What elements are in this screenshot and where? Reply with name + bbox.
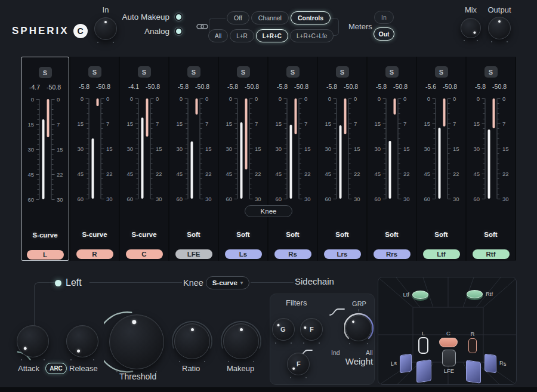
- makeup-knob[interactable]: [223, 323, 259, 359]
- window-bottom-edge: [0, 387, 537, 392]
- channel-pill-l[interactable]: L: [27, 250, 64, 260]
- speaker-rs[interactable]: Rs: [484, 354, 496, 374]
- meter-scale-left: 015304560: [223, 98, 233, 199]
- channel-pill-lrs[interactable]: Lrs: [324, 249, 361, 259]
- speaker-ls[interactable]: Ls: [400, 354, 412, 374]
- channel-strip-ltf[interactable]: S-5.6-50.801530456007152230SoftLtf: [417, 57, 465, 261]
- auto-makeup-toggle[interactable]: [175, 13, 183, 21]
- mix-knob[interactable]: [461, 18, 481, 38]
- channel-pill-rs[interactable]: Rs: [274, 249, 311, 259]
- group-button-l-r-c-lfe[interactable]: L+R+C+Lfe: [290, 29, 334, 42]
- channel-knee-type: Soft: [268, 231, 317, 238]
- solo-button[interactable]: S: [88, 66, 101, 78]
- solo-button[interactable]: S: [187, 66, 200, 78]
- knee-button[interactable]: Knee: [245, 205, 292, 217]
- weight-knob[interactable]: [345, 315, 372, 341]
- channel-pill-ls[interactable]: Ls: [225, 249, 262, 259]
- meters-out-button[interactable]: Out: [374, 27, 394, 41]
- channel-strip-rrs[interactable]: S-5.8-50.801530456007152230SoftRrs: [368, 57, 416, 261]
- speaker-r[interactable]: R: [468, 338, 477, 353]
- sidechain-freq2-knob[interactable]: [287, 353, 310, 375]
- meters-in-button[interactable]: In: [374, 11, 394, 24]
- solo-button[interactable]: S: [237, 66, 250, 78]
- channel-meter: 01530456007152230: [273, 98, 313, 199]
- speaker-ltf[interactable]: Ltf: [412, 291, 428, 299]
- channel-pill-rrs[interactable]: Rrs: [374, 249, 411, 259]
- gain-reduction-bar: [294, 98, 297, 134]
- knee-select[interactable]: S-curve ▾: [206, 276, 249, 289]
- auto-makeup-label: Auto Makeup: [122, 13, 169, 21]
- channel-strip-rtf[interactable]: S-5.8-50.801530456007152230SoftRtf: [467, 57, 515, 261]
- channel-pill-rtf[interactable]: Rtf: [473, 249, 510, 259]
- speaker-rtf[interactable]: Rtf: [467, 290, 483, 298]
- channel-pill-lfe[interactable]: LFE: [175, 249, 212, 259]
- meter-scale-right: 07152230: [104, 98, 115, 199]
- channel-strip-rs[interactable]: S-5.8-50.801530456007152230SoftRs: [268, 57, 317, 261]
- solo-button[interactable]: S: [484, 66, 498, 78]
- analog-toggle[interactable]: [175, 27, 183, 35]
- speaker-label: LFE: [444, 368, 454, 374]
- knob-indicator: [224, 324, 258, 359]
- solo-button[interactable]: S: [39, 67, 52, 78]
- threshold-knob[interactable]: [109, 314, 164, 369]
- channel-readout: -5.6-50.8: [417, 83, 465, 90]
- group-button-l-r-c[interactable]: L+R+C: [256, 29, 288, 42]
- channel-readout: -5.8-50.8: [318, 83, 366, 90]
- mode-button-controls[interactable]: Controls: [291, 11, 331, 24]
- level-meter-bar: [339, 125, 341, 199]
- knob-indicator: [106, 311, 167, 372]
- knob-indicator: [175, 324, 209, 359]
- attack-knob[interactable]: [17, 325, 49, 357]
- channel-meter: 01530456007152230: [372, 98, 412, 199]
- channel-pill-c[interactable]: C: [126, 249, 163, 259]
- mode-button-off[interactable]: Off: [227, 11, 249, 24]
- sidechain-freq-knob[interactable]: [300, 318, 323, 341]
- channel-readout: -4.7-50.8: [21, 84, 69, 91]
- solo-button[interactable]: S: [286, 66, 300, 78]
- solo-button[interactable]: S: [336, 66, 349, 78]
- knob-indicator: [489, 17, 510, 39]
- knee-label: Knee: [183, 278, 203, 288]
- meter-scale-right: 07152230: [501, 98, 511, 199]
- gain-reduction-bar: [393, 98, 396, 115]
- ratio-label: Ratio: [182, 364, 200, 373]
- solo-button[interactable]: S: [138, 66, 151, 78]
- channel-strip-lrs[interactable]: S-5.8-50.801530456007152230SoftLrs: [318, 57, 366, 261]
- sidechain-panel: Filters G F F GRP: [270, 294, 375, 385]
- solo-button[interactable]: S: [435, 66, 448, 78]
- speaker-lfe[interactable]: LFE: [442, 350, 456, 366]
- channel-strip-r[interactable]: S-5.8-50.801530456007152230S-curveR: [70, 57, 119, 261]
- speaker-lrs[interactable]: Lrs: [416, 359, 431, 383]
- meter-ruler: [481, 98, 485, 199]
- speaker-c[interactable]: C: [439, 338, 458, 347]
- gain-reduction-bar: [492, 98, 495, 128]
- meter-ruler: [85, 98, 89, 199]
- meter-ruler: [249, 98, 253, 199]
- channel-strip-lfe[interactable]: S-5.8-50.801530456007152230SoftLFE: [169, 57, 218, 261]
- output-knob[interactable]: [488, 17, 511, 39]
- mode-button-channel[interactable]: Channel: [251, 11, 289, 24]
- channel-pill-ltf[interactable]: Ltf: [423, 249, 460, 259]
- meter-ruler: [233, 98, 237, 199]
- level-meter-bar: [240, 122, 242, 199]
- solo-button[interactable]: S: [385, 66, 399, 78]
- group-button-l-r[interactable]: L+R: [230, 29, 254, 42]
- channel-strip-c[interactable]: S-4.1-50.801530456007152230S-curveC: [120, 57, 168, 261]
- arc-button[interactable]: ARC: [45, 363, 67, 374]
- meter-scale-left: 015304560: [372, 98, 382, 199]
- channel-strip-l[interactable]: S-4.7-50.801530456007152230S-curveL: [21, 57, 69, 261]
- speaker-rrs[interactable]: Rrs: [466, 360, 481, 384]
- channel-pill-r[interactable]: R: [76, 249, 113, 259]
- meter-ruler: [348, 98, 352, 199]
- speaker-label: C: [446, 330, 450, 337]
- release-knob[interactable]: [66, 325, 98, 357]
- ratio-knob[interactable]: [174, 323, 210, 359]
- group-button-all[interactable]: All: [208, 29, 228, 42]
- channel-readout: -5.8-50.8: [268, 83, 317, 90]
- speaker-l[interactable]: L: [418, 337, 428, 354]
- app-logo: SPHERIX C: [12, 24, 88, 38]
- link-icon[interactable]: [196, 22, 208, 33]
- sidechain-gain-knob[interactable]: [272, 318, 295, 341]
- gain-reduction-bar: [443, 98, 445, 126]
- channel-strip-ls[interactable]: S-5.8-50.801530456007152230SoftLs: [219, 57, 267, 261]
